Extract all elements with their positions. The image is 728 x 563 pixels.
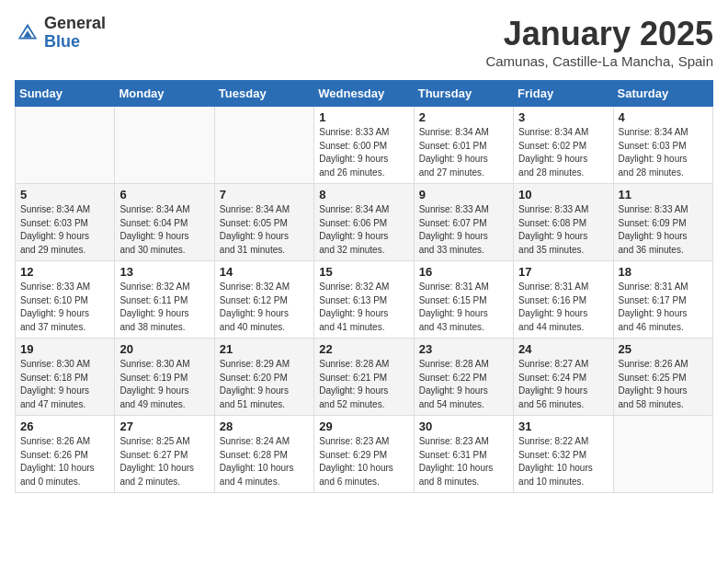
logo-icon xyxy=(15,20,40,46)
calendar-day-cell: 5Sunrise: 8:34 AM Sunset: 6:03 PM Daylig… xyxy=(16,184,115,261)
day-number: 7 xyxy=(220,188,309,201)
calendar-day-cell: 2Sunrise: 8:34 AM Sunset: 6:01 PM Daylig… xyxy=(414,107,513,184)
day-number: 18 xyxy=(619,265,708,279)
calendar-day-cell: 16Sunrise: 8:31 AM Sunset: 6:15 PM Dayli… xyxy=(414,261,513,339)
day-number: 27 xyxy=(119,419,209,433)
logo-blue-text: Blue xyxy=(44,33,106,52)
calendar-day-cell xyxy=(115,107,214,184)
day-info: Sunrise: 8:33 AM Sunset: 6:10 PM Dayligh… xyxy=(20,281,109,334)
logo: General Blue xyxy=(15,15,106,52)
calendar-day-cell xyxy=(16,107,115,184)
day-number: 23 xyxy=(419,342,508,356)
calendar-week-row: 5Sunrise: 8:34 AM Sunset: 6:03 PM Daylig… xyxy=(16,184,713,261)
day-info: Sunrise: 8:30 AM Sunset: 6:18 PM Dayligh… xyxy=(20,358,109,411)
weekday-header: Thursday xyxy=(414,81,513,107)
day-info: Sunrise: 8:28 AM Sunset: 6:21 PM Dayligh… xyxy=(319,358,408,411)
calendar-day-cell: 15Sunrise: 8:32 AM Sunset: 6:13 PM Dayli… xyxy=(314,261,414,339)
calendar-week-row: 12Sunrise: 8:33 AM Sunset: 6:10 PM Dayli… xyxy=(16,261,713,339)
day-info: Sunrise: 8:32 AM Sunset: 6:11 PM Dayligh… xyxy=(119,281,209,334)
day-number: 31 xyxy=(518,419,608,433)
day-info: Sunrise: 8:27 AM Sunset: 6:24 PM Dayligh… xyxy=(518,358,608,411)
calendar-day-cell: 29Sunrise: 8:23 AM Sunset: 6:29 PM Dayli… xyxy=(314,416,414,493)
day-info: Sunrise: 8:22 AM Sunset: 6:32 PM Dayligh… xyxy=(518,435,608,488)
day-number: 29 xyxy=(319,419,408,433)
month-title: January 2025 xyxy=(485,15,713,53)
weekday-header: Wednesday xyxy=(314,81,414,107)
calendar-day-cell: 8Sunrise: 8:34 AM Sunset: 6:06 PM Daylig… xyxy=(314,184,414,261)
calendar-day-cell: 31Sunrise: 8:22 AM Sunset: 6:32 PM Dayli… xyxy=(514,416,613,493)
calendar-day-cell: 18Sunrise: 8:31 AM Sunset: 6:17 PM Dayli… xyxy=(613,261,712,339)
calendar-day-cell: 11Sunrise: 8:33 AM Sunset: 6:09 PM Dayli… xyxy=(613,184,712,261)
day-info: Sunrise: 8:26 AM Sunset: 6:26 PM Dayligh… xyxy=(20,435,109,488)
day-info: Sunrise: 8:25 AM Sunset: 6:27 PM Dayligh… xyxy=(119,435,209,488)
day-number: 19 xyxy=(20,342,109,356)
calendar-day-cell: 25Sunrise: 8:26 AM Sunset: 6:25 PM Dayli… xyxy=(613,339,712,416)
day-info: Sunrise: 8:33 AM Sunset: 6:09 PM Dayligh… xyxy=(619,203,708,257)
day-number: 25 xyxy=(619,342,708,356)
weekday-header: Saturday xyxy=(613,81,712,107)
day-number: 28 xyxy=(220,419,309,433)
calendar-day-cell: 17Sunrise: 8:31 AM Sunset: 6:16 PM Dayli… xyxy=(514,261,613,339)
calendar-day-cell: 12Sunrise: 8:33 AM Sunset: 6:10 PM Dayli… xyxy=(16,261,115,339)
day-number: 15 xyxy=(319,265,408,279)
day-info: Sunrise: 8:34 AM Sunset: 6:01 PM Dayligh… xyxy=(419,126,508,179)
day-info: Sunrise: 8:33 AM Sunset: 6:07 PM Dayligh… xyxy=(419,203,508,257)
weekday-header: Friday xyxy=(514,81,613,107)
day-number: 17 xyxy=(518,265,608,279)
day-number: 8 xyxy=(319,188,408,201)
calendar-day-cell: 13Sunrise: 8:32 AM Sunset: 6:11 PM Dayli… xyxy=(115,261,214,339)
day-number: 24 xyxy=(518,342,608,356)
day-number: 21 xyxy=(220,342,309,356)
calendar-day-cell: 7Sunrise: 8:34 AM Sunset: 6:05 PM Daylig… xyxy=(214,184,313,261)
day-info: Sunrise: 8:34 AM Sunset: 6:02 PM Dayligh… xyxy=(518,126,608,179)
weekday-header-row: SundayMondayTuesdayWednesdayThursdayFrid… xyxy=(16,81,713,107)
day-info: Sunrise: 8:32 AM Sunset: 6:12 PM Dayligh… xyxy=(220,281,309,334)
calendar-day-cell: 24Sunrise: 8:27 AM Sunset: 6:24 PM Dayli… xyxy=(514,339,613,416)
calendar-week-row: 19Sunrise: 8:30 AM Sunset: 6:18 PM Dayli… xyxy=(16,339,713,416)
day-info: Sunrise: 8:26 AM Sunset: 6:25 PM Dayligh… xyxy=(619,358,708,411)
calendar-day-cell: 27Sunrise: 8:25 AM Sunset: 6:27 PM Dayli… xyxy=(115,416,214,493)
calendar-week-row: 1Sunrise: 8:33 AM Sunset: 6:00 PM Daylig… xyxy=(16,107,713,184)
calendar-day-cell: 14Sunrise: 8:32 AM Sunset: 6:12 PM Dayli… xyxy=(214,261,313,339)
calendar-day-cell: 4Sunrise: 8:34 AM Sunset: 6:03 PM Daylig… xyxy=(613,107,712,184)
day-info: Sunrise: 8:32 AM Sunset: 6:13 PM Dayligh… xyxy=(319,281,408,334)
calendar-day-cell: 20Sunrise: 8:30 AM Sunset: 6:19 PM Dayli… xyxy=(115,339,214,416)
day-info: Sunrise: 8:33 AM Sunset: 6:08 PM Dayligh… xyxy=(518,203,608,257)
day-info: Sunrise: 8:34 AM Sunset: 6:04 PM Dayligh… xyxy=(119,203,209,257)
day-info: Sunrise: 8:31 AM Sunset: 6:15 PM Dayligh… xyxy=(419,281,508,334)
weekday-header: Tuesday xyxy=(214,81,313,107)
day-number: 1 xyxy=(319,110,408,124)
calendar-day-cell: 26Sunrise: 8:26 AM Sunset: 6:26 PM Dayli… xyxy=(16,416,115,493)
location-title: Camunas, Castille-La Mancha, Spain xyxy=(485,53,713,69)
day-info: Sunrise: 8:34 AM Sunset: 6:06 PM Dayligh… xyxy=(319,203,408,257)
day-number: 2 xyxy=(419,110,508,124)
weekday-header: Sunday xyxy=(16,81,115,107)
day-number: 10 xyxy=(518,188,608,201)
calendar-day-cell: 3Sunrise: 8:34 AM Sunset: 6:02 PM Daylig… xyxy=(514,107,613,184)
day-number: 20 xyxy=(119,342,209,356)
day-number: 26 xyxy=(20,419,109,433)
day-number: 30 xyxy=(419,419,508,433)
day-number: 13 xyxy=(119,265,209,279)
calendar-day-cell: 10Sunrise: 8:33 AM Sunset: 6:08 PM Dayli… xyxy=(514,184,613,261)
title-block: January 2025 Camunas, Castille-La Mancha… xyxy=(485,15,713,69)
day-info: Sunrise: 8:34 AM Sunset: 6:03 PM Dayligh… xyxy=(619,126,708,179)
day-info: Sunrise: 8:31 AM Sunset: 6:17 PM Dayligh… xyxy=(619,281,708,334)
day-info: Sunrise: 8:23 AM Sunset: 6:29 PM Dayligh… xyxy=(319,435,408,488)
day-number: 14 xyxy=(220,265,309,279)
day-number: 22 xyxy=(319,342,408,356)
day-number: 11 xyxy=(619,188,708,201)
day-number: 16 xyxy=(419,265,508,279)
page-header: General Blue January 2025 Camunas, Casti… xyxy=(15,15,713,69)
day-info: Sunrise: 8:34 AM Sunset: 6:03 PM Dayligh… xyxy=(20,203,109,257)
calendar-day-cell xyxy=(214,107,313,184)
day-number: 3 xyxy=(518,110,608,124)
weekday-header: Monday xyxy=(115,81,214,107)
day-number: 12 xyxy=(20,265,109,279)
calendar-table: SundayMondayTuesdayWednesdayThursdayFrid… xyxy=(15,80,713,493)
day-info: Sunrise: 8:30 AM Sunset: 6:19 PM Dayligh… xyxy=(119,358,209,411)
day-info: Sunrise: 8:34 AM Sunset: 6:05 PM Dayligh… xyxy=(220,203,309,257)
calendar-week-row: 26Sunrise: 8:26 AM Sunset: 6:26 PM Dayli… xyxy=(16,416,713,493)
day-number: 6 xyxy=(119,188,209,201)
day-number: 9 xyxy=(419,188,508,201)
